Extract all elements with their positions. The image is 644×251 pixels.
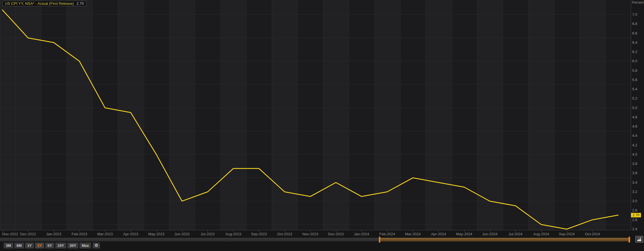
x-axis-month-label: Apr-2024 (427, 232, 450, 236)
y-axis-tick-label: 6.2 (632, 50, 643, 54)
y-axis-tick-label: 3.2 (632, 190, 643, 194)
y-axis-tick-label: 3.6 (632, 171, 643, 175)
series-legend-label: US CPI YY, NSA* - Actual (First Release) (5, 1, 74, 6)
range-button-2y[interactable]: 2Y (35, 243, 44, 248)
y-axis-tick-label: 6.0 (632, 59, 643, 63)
x-axis-month-label: Mar-2023 (94, 232, 116, 236)
y-axis-tick-label: 5.4 (632, 87, 643, 91)
series-legend-value: 2.70 (76, 1, 84, 6)
x-axis-month-label: Sep-2024 (556, 232, 578, 236)
y-axis-tick-label: 4.0 (632, 152, 643, 156)
current-value-badge: 2.70 (631, 213, 641, 217)
x-axis-month-label: Mar-2024 (402, 232, 424, 236)
x-axis-month-label: Jul-2024 (504, 232, 527, 236)
y-axis-tick-label: 4.8 (632, 115, 643, 119)
y-axis-tick-label: 5.2 (632, 96, 643, 100)
range-button-3m[interactable]: 3M (4, 243, 13, 248)
range-button-max[interactable]: Max (79, 243, 91, 248)
x-axis-month-label: Feb-2023 (68, 232, 91, 236)
x-axis-month-label: Jan-2023 (42, 232, 65, 236)
x-axis-month-label: Oct-2023 (273, 232, 296, 236)
y-axis-tick-label: 2.6 (632, 218, 643, 222)
y-axis-tick-label: 6.8 (632, 22, 643, 26)
x-axis-month-label: Jan-2024 (350, 232, 373, 236)
x-axis-month-label: Jul-2023 (196, 232, 219, 236)
time-range-toolbar: 3M6M1Y2Y5Y10Y20YMax ⚙ (4, 243, 100, 248)
expand-chart-icon (636, 237, 642, 241)
x-axis-month-label: Jun-2023 (171, 232, 193, 236)
x-axis-month-label: Jun-2024 (479, 232, 501, 236)
x-axis-month-label: May-2023 (145, 232, 168, 236)
y-axis-tick-label: 6.4 (632, 40, 643, 45)
y-axis-unit-label: Percent (632, 1, 643, 4)
range-handle-left[interactable] (379, 237, 380, 243)
y-axis: Percent 7.06.86.66.46.26.05.85.65.45.25.… (631, 0, 644, 230)
y-axis-tick-label: 4.2 (632, 143, 643, 147)
range-buttons-group: 3M6M1Y2Y5Y10Y20YMax (4, 243, 91, 248)
chart-settings-button[interactable]: ⚙ (93, 243, 100, 248)
y-axis-tick-label: 6.6 (632, 31, 643, 35)
x-axis-month-label: Aug-2024 (530, 232, 552, 236)
y-axis-tick-label: 2.8 (632, 208, 643, 212)
x-axis-month-label: Sep-2023 (248, 232, 270, 236)
x-axis-month-label: May-2024 (453, 232, 475, 236)
series-legend: US CPI YY, NSA* - Actual (First Release)… (3, 1, 86, 6)
y-axis-tick-label: 3.4 (632, 180, 643, 185)
x-axis: Nov-2022Dec-2022Jan-2023Feb-2023Mar-2023… (0, 230, 644, 237)
y-axis-tick-label: 7.0 (632, 12, 643, 17)
timeline-selected-range[interactable] (380, 238, 629, 241)
cpi-chart-window: US CPI YY, NSA* - Actual (First Release)… (0, 0, 644, 251)
x-axis-month-label: Apr-2023 (119, 232, 142, 236)
range-button-10y[interactable]: 10Y (55, 243, 66, 248)
x-axis-month-label: Feb-2024 (376, 232, 399, 236)
y-axis-tick-label: 4.6 (632, 124, 643, 128)
x-axis-month-label: Aug-2023 (222, 232, 245, 236)
y-axis-tick-label: 5.6 (632, 78, 643, 82)
expand-chart-button[interactable] (635, 236, 643, 243)
x-axis-month-label: Dec-2023 (325, 232, 347, 236)
gear-icon: ⚙ (94, 243, 98, 248)
x-axis-month-label: Oct-2024 (581, 232, 604, 236)
range-button-5y[interactable]: 5Y (45, 243, 54, 248)
x-axis-month-label: Nov-2023 (299, 232, 322, 236)
line-series-path (3, 10, 618, 229)
x-axis-month-label: Dec-2022 (17, 232, 39, 236)
range-button-20y[interactable]: 20Y (67, 243, 78, 248)
range-handle-right[interactable] (629, 237, 630, 243)
range-button-6m[interactable]: 6M (14, 243, 24, 248)
chart-plot-area[interactable] (0, 0, 631, 230)
y-axis-tick-label: 5.8 (632, 68, 643, 73)
range-button-1y[interactable]: 1Y (25, 243, 34, 248)
y-axis-tick-label: 4.4 (632, 133, 643, 138)
y-axis-tick-label: 3.0 (632, 199, 643, 203)
y-axis-tick-label: 3.8 (632, 162, 643, 166)
y-axis-tick-label: 5.0 (632, 106, 643, 110)
cpi-line-series (0, 0, 631, 230)
